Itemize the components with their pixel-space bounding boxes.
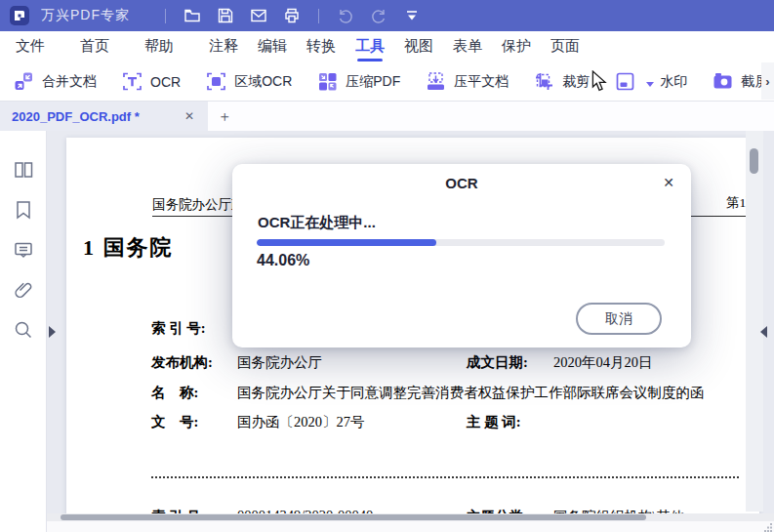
doc-header-left: 国务院办公厅政 <box>152 196 245 214</box>
progress-bar <box>257 239 665 246</box>
attachments-panel-icon[interactable] <box>12 278 35 302</box>
camera-icon <box>713 71 733 92</box>
menu-protect[interactable]: 保护 <box>502 31 531 62</box>
comments-panel-icon[interactable] <box>12 238 35 262</box>
dialog-title: OCR <box>232 175 691 191</box>
menu-convert[interactable]: 转换 <box>306 31 336 62</box>
bottom-strip <box>47 521 774 532</box>
right-panel-expand-handle[interactable] <box>760 326 767 338</box>
app-logo-icon <box>10 6 29 25</box>
menu-view[interactable]: 视图 <box>404 31 433 62</box>
menu-help[interactable]: 帮助 <box>144 31 174 62</box>
tools-ribbon: 合并文档 OCR 区域OCR 压缩PDF 压平文档 裁剪 水印 <box>0 62 774 102</box>
dialog-close-icon[interactable]: ✕ <box>661 173 676 192</box>
horizontal-scrollbar-thumb[interactable] <box>61 514 646 520</box>
menu-home[interactable]: 首页 <box>80 31 109 62</box>
tool-label: 压平文档 <box>454 73 509 91</box>
new-tab-button[interactable]: ＋ <box>208 102 241 131</box>
open-file-icon[interactable] <box>178 3 207 28</box>
doc-field-value: 2020年04月20日 <box>553 353 653 372</box>
tab-title: 2020_PDF_OCR.pdf * <box>12 109 181 124</box>
title-bar: 万兴PDF专家 <box>0 0 774 31</box>
doc-field-value: 国务院办公厅关于同意调整完善消费者权益保护工作部际联席会议制度的函 <box>237 384 705 402</box>
titlebar-separator <box>318 9 319 23</box>
tool-label: OCR <box>150 74 181 90</box>
print-icon[interactable] <box>277 3 306 28</box>
doc-field-value: 国办函〔2020〕27号 <box>237 413 365 431</box>
menu-page[interactable]: 页面 <box>550 31 580 62</box>
doc-field-label: 文 号: <box>151 413 198 431</box>
menu-form[interactable]: 表单 <box>453 31 482 62</box>
menu-edit[interactable]: 编辑 <box>258 31 287 62</box>
doc-field-label: 主 题 词: <box>467 413 521 431</box>
bookmarks-panel-icon[interactable] <box>12 198 35 222</box>
doc-field-label: 名 称: <box>151 384 198 402</box>
tool-label: 区域OCR <box>234 73 292 91</box>
screenshot-button[interactable]: 截屏 <box>713 71 768 92</box>
crop-button[interactable]: 裁剪 <box>534 71 590 92</box>
hide-toolbar-icon[interactable] <box>397 3 427 28</box>
compress-pdf-button[interactable]: 压缩PDF <box>317 71 400 92</box>
doc-field-label: 成文日期: <box>467 353 528 372</box>
watermark-icon <box>615 71 635 92</box>
chevron-down-icon[interactable] <box>646 82 654 87</box>
horizontal-scrollbar[interactable] <box>47 513 774 521</box>
ocr-button[interactable]: OCR <box>122 71 181 92</box>
ocr-status-text: OCR正在处理中... <box>258 214 376 232</box>
doc-field-label: 索 引 号: <box>151 319 206 338</box>
ocr-icon <box>122 71 143 92</box>
cancel-button[interactable]: 取消 <box>576 303 662 335</box>
tool-label: 水印 <box>660 73 687 91</box>
progress-fill <box>257 239 436 246</box>
titlebar-separator <box>165 9 166 23</box>
menu-file[interactable]: 文件 <box>16 31 45 62</box>
toolbar-overflow-chevron[interactable]: › <box>761 62 774 100</box>
doc-dotted-divider <box>151 476 739 478</box>
tab-close-icon[interactable]: ✕ <box>181 107 198 125</box>
ocr-progress-dialog: OCR ✕ OCR正在处理中... 44.06% 取消 <box>232 164 691 348</box>
left-panel-expand-handle[interactable] <box>49 326 56 338</box>
menu-comment[interactable]: 注释 <box>209 31 238 62</box>
watermark-button[interactable]: 水印 <box>615 71 687 92</box>
redo-icon[interactable] <box>364 3 393 28</box>
doc-field-label: 发布机构: <box>151 353 213 372</box>
undo-icon[interactable] <box>331 3 360 28</box>
thumbnails-panel-icon[interactable] <box>12 158 35 182</box>
mouse-cursor <box>590 70 609 92</box>
tool-label: 裁剪 <box>562 73 590 91</box>
menu-bar: 文件 首页 帮助 注释 编辑 转换 工具 视图 表单 保护 页面 <box>0 31 774 62</box>
app-window: 万兴PDF专家 文件 首页 帮助 注释 编辑 转换 工具 <box>0 0 774 532</box>
app-title: 万兴PDF专家 <box>41 7 130 24</box>
left-sidebar <box>0 131 47 532</box>
email-icon[interactable] <box>244 3 273 28</box>
search-panel-icon[interactable] <box>12 318 35 342</box>
area-ocr-button[interactable]: 区域OCR <box>206 71 292 92</box>
tab-bar: 2020_PDF_OCR.pdf * ✕ ＋ <box>0 102 774 131</box>
compress-icon <box>317 71 338 92</box>
document-tab[interactable]: 2020_PDF_OCR.pdf * ✕ <box>0 102 208 131</box>
vertical-scrollbar-thumb[interactable] <box>750 148 758 174</box>
merge-docs-button[interactable]: 合并文档 <box>14 71 97 92</box>
tool-label: 合并文档 <box>42 73 97 91</box>
crop-icon <box>534 71 554 92</box>
area-ocr-icon <box>206 71 226 92</box>
vertical-scrollbar[interactable] <box>746 131 763 512</box>
menu-tools[interactable]: 工具 <box>355 31 385 62</box>
tool-label: 压缩PDF <box>346 73 400 91</box>
merge-icon <box>14 71 34 92</box>
doc-field-value: 国务院办公厅 <box>237 353 322 372</box>
doc-heading: 1 国务院 <box>83 233 174 263</box>
flatten-doc-button[interactable]: 压平文档 <box>426 71 509 92</box>
progress-percent: 44.06% <box>257 252 309 269</box>
flatten-icon <box>426 71 446 92</box>
save-icon[interactable] <box>211 3 240 28</box>
resize-grip-icon[interactable] <box>763 522 773 532</box>
